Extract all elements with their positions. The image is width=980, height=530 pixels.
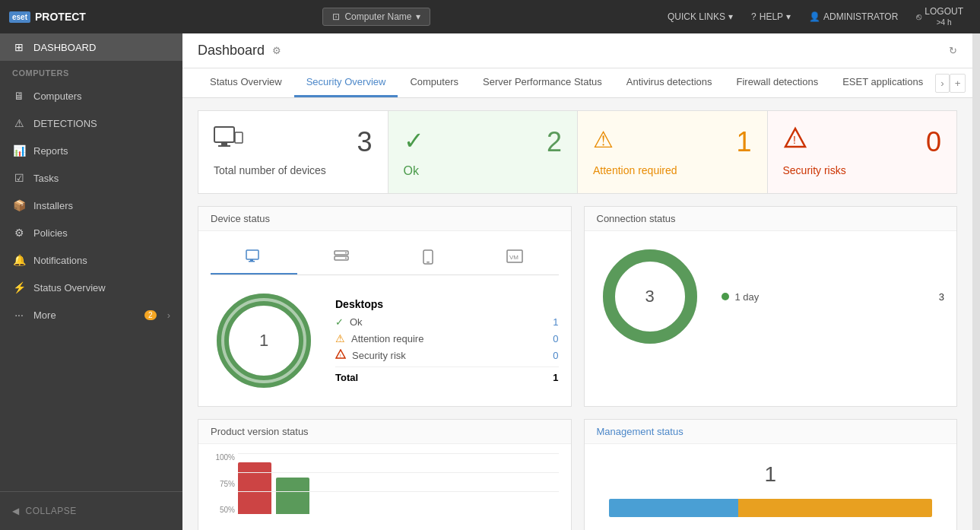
check-icon: ✓: [404, 126, 424, 155]
computer-icon: 🖥: [12, 90, 26, 102]
help-icon: ?: [751, 11, 756, 22]
tab-eset-applications[interactable]: ESET applications: [830, 68, 935, 97]
svg-text:!: !: [793, 134, 796, 146]
stat-card-total-devices: 3 Total number of devices: [198, 111, 389, 193]
svg-rect-0: [214, 127, 234, 142]
tab-scroll-right-button[interactable]: ›: [935, 74, 949, 93]
help-chevron: ▾: [786, 11, 791, 22]
policies-icon: ⚙: [12, 227, 26, 239]
nav-right: QUICK LINKS ▾ ? HELP ▾ 👤 ADMINISTRATOR ⎋…: [660, 3, 971, 30]
tab-firewall-detections[interactable]: Firewall detections: [725, 68, 831, 97]
svg-rect-3: [235, 132, 243, 143]
legend-row-attention: ⚠ Attention require 0: [335, 332, 559, 344]
connection-status-body: 3 1 day 3: [585, 231, 957, 362]
sidebar-label-policies: Policies: [33, 227, 68, 239]
stat-ok-icon-row: ✓ 2: [404, 126, 563, 158]
page-title: Dashboard: [198, 43, 265, 59]
computer-name-button[interactable]: ⊡ Computer Name ▾: [322, 8, 430, 26]
tab-server-performance[interactable]: Server Performance Status: [471, 68, 614, 97]
sidebar-label-status: Status Overview: [33, 282, 106, 294]
grid-icon: ⊞: [12, 41, 26, 53]
quick-links-label: QUICK LINKS: [668, 11, 725, 22]
svg-rect-14: [427, 262, 430, 263]
device-donut-center: 1: [259, 331, 268, 351]
connection-status-header: Connection status: [585, 207, 957, 231]
connection-status-panel: Connection status 3: [584, 206, 958, 407]
tab-desktops[interactable]: [211, 243, 297, 275]
installers-icon: 📦: [12, 199, 26, 211]
bell-icon: 🔔: [12, 254, 26, 266]
refresh-icon[interactable]: ↻: [949, 45, 957, 56]
help-button[interactable]: ? HELP ▾: [744, 8, 798, 25]
ok-label: Ok: [404, 164, 563, 178]
administrator-label: ADMINISTRATOR: [823, 11, 898, 22]
tab-security-overview[interactable]: Security Overview: [294, 68, 398, 97]
stat-card-security-risks: ! 0 Security risks: [768, 111, 957, 193]
tab-status-overview[interactable]: Status Overview: [198, 68, 294, 97]
stat-risk-icon-row: ! 0: [783, 126, 942, 158]
sidebar-section-computers: COMPUTERS: [0, 61, 182, 82]
legend-security-icon: !: [335, 349, 346, 362]
devices-icon: [214, 126, 244, 156]
svg-rect-1: [221, 142, 227, 145]
sidebar-item-dashboard[interactable]: ⊞ DASHBOARD: [0, 33, 182, 61]
svg-rect-8: [249, 261, 255, 262]
settings-icon[interactable]: ⚙: [272, 45, 281, 56]
quick-links-button[interactable]: QUICK LINKS ▾: [660, 8, 741, 25]
tab-mobile[interactable]: [385, 243, 471, 275]
sidebar-item-computers[interactable]: 🖥 Computers: [0, 82, 182, 109]
content-header: Dashboard ⚙ ↻: [182, 33, 972, 68]
device-status-body: VM 1: [198, 231, 571, 406]
bar-red: [238, 462, 271, 514]
legend-total-row: Total 1: [335, 367, 559, 383]
total-devices-number: 3: [357, 126, 372, 158]
tab-vm[interactable]: VM: [471, 243, 558, 275]
tab-antivirus-detections[interactable]: Antivirus detections: [614, 68, 725, 97]
management-status-panel: Management status 1: [584, 419, 958, 530]
sidebar: ⊞ DASHBOARD COMPUTERS 🖥 Computers ⚠ DETE…: [0, 33, 182, 530]
user-icon: 👤: [809, 11, 820, 22]
legend-security-value: 0: [544, 350, 559, 361]
sidebar-item-installers[interactable]: 📦 Installers: [0, 192, 182, 219]
tab-computers[interactable]: Computers: [398, 68, 471, 97]
collapse-label: COLLAPSE: [26, 506, 77, 516]
attention-icon: ⚠: [593, 126, 614, 153]
connection-1day-row: 1 day 3: [722, 291, 945, 303]
connection-section: 3 1 day 3: [597, 243, 945, 350]
sidebar-item-detections[interactable]: ⚠ DETECTIONS: [0, 109, 182, 137]
device-donut: 1: [211, 287, 317, 394]
management-status-body: 1: [585, 444, 957, 530]
logout-button[interactable]: ⎋ LOGOUT >4 h: [909, 3, 971, 30]
ok-number: 2: [547, 126, 562, 158]
sidebar-item-tasks[interactable]: ☑ Tasks: [0, 164, 182, 192]
attention-label: Attention required: [593, 164, 752, 176]
tab-add-button[interactable]: +: [950, 74, 966, 93]
conn-dot-1day: [722, 293, 729, 300]
sidebar-item-reports[interactable]: 📊 Reports: [0, 137, 182, 164]
top-navigation: eset PROTECT ⊡ Computer Name ▾ QUICK LIN…: [0, 0, 980, 33]
svg-text:VM: VM: [509, 254, 519, 261]
legend-security-label: Security risk: [352, 350, 538, 361]
legend-row-ok: ✓ Ok 1: [335, 316, 559, 328]
product-name: PROTECT: [35, 11, 86, 23]
collapse-button[interactable]: ◀ COLLAPSE: [0, 500, 182, 522]
nav-center: ⊡ Computer Name ▾: [100, 8, 654, 26]
svg-rect-2: [218, 145, 230, 147]
more-chevron: ›: [167, 309, 170, 321]
tab-servers[interactable]: [297, 243, 384, 275]
connection-legend: 1 day 3: [722, 291, 945, 303]
legend-attention-label: Attention require: [351, 333, 538, 344]
computer-name-label: Computer Name: [344, 11, 411, 22]
sidebar-item-more[interactable]: ··· More 2 ›: [0, 301, 182, 328]
dropdown-icon: ▾: [416, 11, 420, 22]
sidebar-item-notifications[interactable]: 🔔 Notifications: [0, 246, 182, 274]
conn-val-1day: 3: [939, 291, 944, 303]
svg-point-11: [345, 252, 347, 254]
sidebar-item-policies[interactable]: ⚙ Policies: [0, 219, 182, 246]
stat-cards-row: 3 Total number of devices ✓ 2 Ok ⚠: [198, 110, 957, 194]
sidebar-item-status-overview[interactable]: ⚡ Status Overview: [0, 274, 182, 301]
administrator-button[interactable]: 👤 ADMINISTRATOR: [801, 8, 905, 25]
help-label: HELP: [760, 11, 783, 22]
logo: eset PROTECT: [9, 11, 86, 23]
right-scrollbar[interactable]: [972, 33, 980, 530]
